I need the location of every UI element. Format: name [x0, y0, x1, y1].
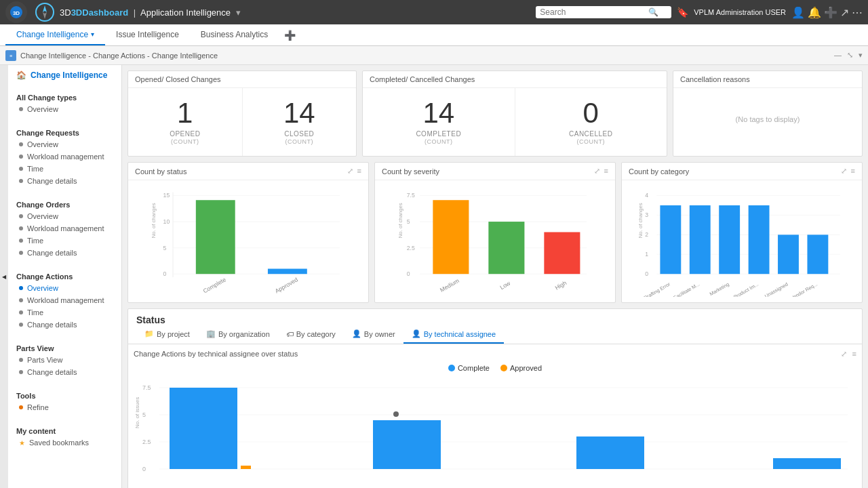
sidebar-item-ca-workload[interactable]: Workload management	[8, 294, 121, 306]
more-icon[interactable]: ⋯	[852, 6, 863, 19]
sidebar-item-ca-time[interactable]: Time	[8, 306, 121, 319]
svg-text:Product Im...: Product Im...	[732, 281, 760, 297]
dot-icon	[19, 310, 23, 314]
svg-rect-47	[690, 205, 711, 274]
status-tab-by-owner[interactable]: 👤 By owner	[344, 325, 403, 344]
tab-business-analytics[interactable]: Business Analytics	[190, 24, 279, 45]
expand-icon[interactable]: ⤢	[347, 167, 353, 176]
sidebar-item-cr-details[interactable]: Change details	[8, 175, 121, 187]
tab-bar: Change Intelligence ▾ Issue Intelligence…	[0, 24, 868, 46]
svg-text:0: 0	[645, 270, 648, 277]
svg-text:3: 3	[645, 211, 648, 218]
share-icon[interactable]: ↗	[840, 6, 849, 19]
minimize-icon[interactable]: —	[834, 51, 842, 60]
expand-icon[interactable]: ⤢	[594, 167, 600, 176]
svg-rect-69	[373, 420, 441, 469]
status-tab-by-category[interactable]: 🏷 By category	[278, 326, 344, 344]
status-tab-by-project[interactable]: 📁 By project	[136, 325, 198, 344]
svg-rect-50	[778, 235, 799, 274]
legend-complete-dot	[448, 365, 455, 371]
status-tabs: 📁 By project 🏢 By organization 🏷 By cate…	[128, 325, 862, 344]
tab-issue-intelligence[interactable]: Issue Intelligence	[105, 24, 190, 45]
sidebar-item-co-workload[interactable]: Workload management	[8, 222, 121, 235]
sidebar-home[interactable]: 🏠 Change Intelligence	[8, 65, 121, 85]
menu-icon[interactable]: ≡	[851, 167, 855, 176]
chart-severity-svg: 7.5 5 2.5 0	[380, 186, 610, 297]
svg-text:7.5: 7.5	[407, 192, 415, 199]
user-avatar-icon[interactable]: 👤	[791, 6, 805, 19]
status-tab-by-organization[interactable]: 🏢 By organization	[198, 325, 278, 344]
sidebar-item-co-overview[interactable]: Overview	[8, 210, 121, 222]
sidebar-item-parts-view[interactable]: Parts View	[8, 354, 121, 366]
legend-approved: Approved	[500, 364, 542, 372]
svg-text:Facilitate M...: Facilitate M...	[673, 281, 701, 297]
svg-text:Marketing: Marketing	[709, 281, 730, 297]
close-icon[interactable]: ▾	[859, 51, 863, 60]
dot-icon	[19, 239, 23, 243]
chart-category-card: Count by category ⤢ ≡ 4 3 2 1 0	[621, 162, 863, 303]
notifications-icon[interactable]: 🔔	[808, 6, 821, 19]
chart-menu-icon[interactable]: ≡	[852, 350, 856, 359]
opened-closed-title: Opened/ Closed Changes	[128, 71, 356, 88]
add-tab-icon[interactable]: ➕	[284, 30, 296, 41]
svg-text:0: 0	[163, 270, 167, 277]
sidebar-item-ca-details[interactable]: Change details	[8, 319, 121, 331]
svg-text:High: High	[554, 279, 568, 291]
svg-text:Drafting Error: Drafting Error	[643, 281, 672, 297]
sidebar-item-all-overview[interactable]: Overview	[8, 103, 121, 115]
svg-rect-29	[433, 200, 469, 274]
chart-status-body: 15 10 5 0	[128, 180, 368, 302]
svg-rect-70	[576, 436, 644, 469]
bookmark-icon[interactable]: 🔖	[677, 7, 688, 18]
maximize-icon[interactable]: ⤡	[847, 51, 853, 60]
svg-text:No. of issues: No. of issues	[134, 397, 140, 428]
expand-icon[interactable]: ⤢	[841, 167, 847, 176]
charts-row: Count by status ⤢ ≡ 15 10 5 0	[127, 162, 863, 303]
add-icon[interactable]: ➕	[824, 6, 837, 19]
search-icon: 🔍	[648, 7, 658, 17]
sidebar-item-saved-bookmarks[interactable]: ★ Saved bookmarks	[8, 436, 121, 449]
svg-text:2.5: 2.5	[142, 439, 151, 445]
sidebar-item-co-details[interactable]: Change details	[8, 247, 121, 259]
dot-icon	[19, 298, 23, 302]
sidebar-item-cr-time[interactable]: Time	[8, 163, 121, 175]
status-chart-area: 7.5 5 2.5 0	[134, 378, 856, 486]
svg-text:Complete: Complete	[202, 276, 227, 294]
sidebar-toggle[interactable]: ◀	[0, 65, 8, 488]
dot-icon	[19, 370, 23, 374]
svg-text:1: 1	[645, 251, 648, 258]
status-tab-by-technical-assignee[interactable]: 👤 By technical assignee	[403, 325, 504, 344]
sidebar-item-cr-workload[interactable]: Workload management	[8, 150, 121, 163]
svg-rect-67	[170, 388, 237, 469]
svg-marker-3	[43, 5, 47, 12]
menu-icon[interactable]: ≡	[357, 167, 361, 176]
sidebar-item-ca-overview[interactable]: Overview	[8, 282, 121, 294]
svg-rect-16	[196, 200, 235, 274]
search-input[interactable]	[540, 7, 648, 17]
topbar: 3D 3D3DDashboard | Application Intellige…	[0, 0, 868, 24]
dot-icon	[19, 107, 23, 111]
tab-change-intelligence[interactable]: Change Intelligence ▾	[5, 24, 105, 45]
sidebar-item-pv-details[interactable]: Change details	[8, 366, 121, 378]
svg-text:4: 4	[645, 192, 648, 199]
chart-status-title: Count by status	[135, 167, 186, 176]
assignee-icon: 👤	[412, 329, 421, 338]
sidebar-item-co-time[interactable]: Time	[8, 235, 121, 247]
svg-text:2: 2	[645, 231, 648, 238]
section-title-my-content: My content	[8, 424, 121, 436]
sidebar-item-refine[interactable]: Refine	[8, 401, 121, 413]
sidebar-item-cr-overview[interactable]: Overview	[8, 138, 121, 150]
cancelled-label: CANCELLED (COUNT)	[569, 130, 613, 145]
dot-icon	[19, 251, 23, 255]
org-icon: 🏢	[206, 329, 216, 338]
completed-cancelled-title: Completed/ Cancelled Changes	[363, 71, 667, 88]
search-box[interactable]: 🔍	[536, 6, 671, 18]
chart-category-svg: 4 3 2 1 0	[627, 186, 856, 297]
username: VPLM Administration USER	[694, 8, 786, 16]
expand-chart-icon[interactable]: ⤢	[841, 350, 847, 359]
cancellation-empty: (No tags to display)	[673, 102, 862, 137]
opened-label: OPENED (COUNT)	[170, 130, 200, 145]
breadcrumb-text: Change Intelligence - Change Actions - C…	[20, 52, 218, 60]
menu-icon[interactable]: ≡	[604, 167, 608, 176]
section-title-all-change-types: All Change types	[8, 91, 121, 103]
